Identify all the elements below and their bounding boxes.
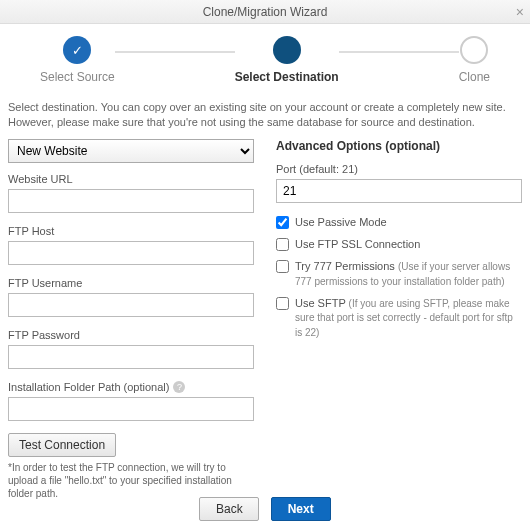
window-title: Clone/Migration Wizard [203, 5, 328, 19]
step-label: Select Source [40, 70, 115, 84]
step-clone: Clone [459, 36, 490, 84]
step-circle-active [273, 36, 301, 64]
ftp-host-input[interactable] [8, 241, 254, 265]
test-connection-note: *In order to test the FTP connection, we… [8, 461, 254, 500]
step-circle-todo [460, 36, 488, 64]
step-select-destination: Select Destination [235, 36, 339, 84]
next-button[interactable]: Next [271, 497, 331, 521]
ftp-username-label: FTP Username [8, 277, 254, 289]
ssl-label: Use FTP SSL Connection [295, 237, 420, 251]
check-icon: ✓ [63, 36, 91, 64]
ftp-username-input[interactable] [8, 293, 254, 317]
port-input[interactable] [276, 179, 522, 203]
right-column: Advanced Options (optional) Port (defaul… [276, 139, 522, 500]
port-label: Port (default: 21) [276, 163, 522, 175]
sftp-row[interactable]: Use SFTP (If you are using SFTP, please … [276, 296, 522, 339]
ssl-checkbox[interactable] [276, 238, 289, 251]
install-path-input[interactable] [8, 397, 254, 421]
close-icon[interactable]: × [516, 0, 524, 24]
intro-text: Select destination. You can copy over an… [0, 90, 530, 139]
passive-mode-row[interactable]: Use Passive Mode [276, 215, 522, 229]
url-label: Website URL [8, 173, 254, 185]
back-button[interactable]: Back [199, 497, 259, 521]
wizard-steps: ✓ Select Source Select Destination Clone [0, 24, 530, 90]
website-url-input[interactable] [8, 189, 254, 213]
titlebar: Clone/Migration Wizard × [0, 0, 530, 24]
ftp-host-label: FTP Host [8, 225, 254, 237]
footer: Back Next [0, 497, 530, 521]
test-connection-button[interactable]: Test Connection [8, 433, 116, 457]
step-label: Clone [459, 70, 490, 84]
passive-mode-label: Use Passive Mode [295, 215, 387, 229]
try777-label: Try 777 Permissions (Use if your server … [295, 259, 522, 288]
left-column: New Website Website URL FTP Host FTP Use… [8, 139, 254, 500]
try777-row[interactable]: Try 777 Permissions (Use if your server … [276, 259, 522, 288]
passive-mode-checkbox[interactable] [276, 216, 289, 229]
site-select[interactable]: New Website [8, 139, 254, 163]
sftp-label: Use SFTP (If you are using SFTP, please … [295, 296, 522, 339]
install-path-label: Installation Folder Path (optional) ? [8, 381, 254, 393]
ftp-password-input[interactable] [8, 345, 254, 369]
step-label: Select Destination [235, 70, 339, 84]
sftp-checkbox[interactable] [276, 297, 289, 310]
ssl-row[interactable]: Use FTP SSL Connection [276, 237, 522, 251]
help-icon[interactable]: ? [173, 381, 185, 393]
ftp-password-label: FTP Password [8, 329, 254, 341]
advanced-options-heading: Advanced Options (optional) [276, 139, 522, 153]
try777-checkbox[interactable] [276, 260, 289, 273]
step-select-source: ✓ Select Source [40, 36, 115, 84]
